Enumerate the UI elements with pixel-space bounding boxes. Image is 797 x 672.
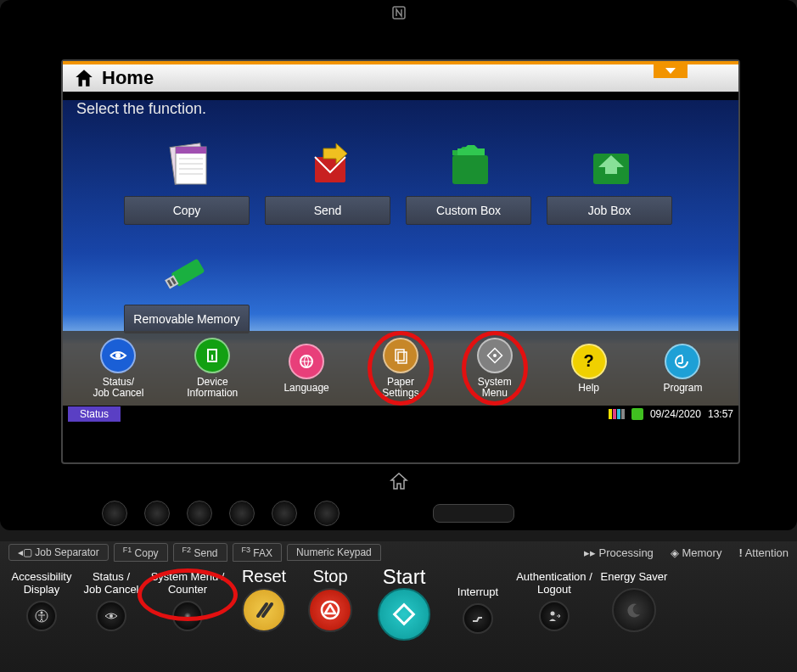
- touchscreen: Home Select the function. Copy Send: [61, 59, 740, 464]
- home-hardware-icon: [389, 471, 409, 495]
- svg-point-26: [109, 614, 113, 618]
- system-menu-counter-button[interactable]: System Menu /Counter: [147, 570, 228, 631]
- svg-rect-20: [396, 350, 404, 361]
- custom-box-icon: [406, 132, 531, 196]
- interrupt-button[interactable]: Interrupt: [447, 585, 508, 634]
- page-title: Home: [102, 67, 154, 89]
- status-led-icon: [631, 408, 643, 420]
- header-bar: Home: [63, 61, 738, 92]
- job-separator-tab[interactable]: ◂▢ Job Separator: [8, 544, 109, 561]
- hw-round-button-2[interactable]: [144, 501, 170, 526]
- eye-icon: [104, 608, 119, 624]
- svg-rect-30: [395, 605, 414, 624]
- stop-icon: [317, 597, 343, 623]
- eye-icon: [109, 346, 127, 365]
- memory-indicator: ◈ Memory: [671, 546, 722, 559]
- moon-icon: [623, 599, 645, 621]
- start-diamond-icon: [389, 599, 419, 630]
- svg-point-23: [493, 354, 497, 357]
- energy-saver-button[interactable]: Energy Saver: [600, 570, 668, 632]
- shortcut-program[interactable]: Program: [644, 344, 721, 394]
- annotation-circle: [138, 568, 238, 621]
- send-icon: [265, 132, 390, 196]
- authentication-logout-button[interactable]: Authentication /Logout: [514, 570, 595, 631]
- status-tab[interactable]: Status: [68, 406, 121, 422]
- help-icon: ?: [571, 344, 607, 379]
- custom-box-button[interactable]: Custom Box: [406, 196, 531, 225]
- send-button[interactable]: Send: [265, 196, 390, 225]
- copy-icon: [124, 132, 250, 196]
- processing-indicator: ▸▸ Processing: [584, 546, 654, 559]
- svg-rect-9: [452, 155, 488, 184]
- job-box-button[interactable]: Job Box: [547, 196, 672, 225]
- reset-button[interactable]: Reset: [233, 570, 295, 632]
- stop-button[interactable]: Stop: [300, 570, 361, 632]
- paper-icon: [392, 347, 409, 364]
- shortcut-paper-settings[interactable]: Paper Settings: [362, 338, 439, 399]
- svg-rect-3: [176, 147, 206, 154]
- home-icon: [73, 67, 95, 89]
- shortcut-language[interactable]: Language: [268, 344, 345, 394]
- hw-round-button-3[interactable]: [187, 501, 212, 526]
- control-panel: ◂▢ Job Separator F1 Copy F2 Send F3 FAX …: [0, 541, 797, 672]
- toner-indicator: [609, 409, 625, 419]
- hw-round-button-1[interactable]: [102, 501, 127, 526]
- accessibility-icon: [34, 608, 49, 624]
- hw-pill-button[interactable]: [433, 504, 514, 523]
- hw-round-button-6[interactable]: [314, 501, 340, 526]
- accessibility-display-button[interactable]: Accessibility Display: [8, 570, 76, 631]
- attention-indicator: ! Attention: [738, 546, 789, 559]
- gear-icon: [486, 347, 503, 364]
- shortcut-help[interactable]: ? Help: [551, 344, 627, 394]
- shortcut-row: Status/ Job Cancel Device Information La…: [63, 331, 738, 406]
- svg-point-25: [41, 612, 43, 614]
- nfc-icon: [390, 4, 407, 25]
- svg-point-31: [551, 612, 555, 616]
- shortcut-device-information[interactable]: Device Information: [174, 338, 250, 399]
- info-icon: [204, 347, 221, 364]
- f2-send-tab[interactable]: F2 Send: [173, 543, 227, 562]
- start-button[interactable]: Start: [366, 570, 442, 641]
- chevron-down-icon: [665, 68, 676, 75]
- svg-point-15: [115, 353, 121, 358]
- job-box-icon: [547, 132, 672, 196]
- numeric-keypad-tab[interactable]: Numeric Keypad: [287, 544, 381, 561]
- language-icon: [297, 352, 316, 371]
- f1-copy-tab[interactable]: F1 Copy: [114, 543, 168, 562]
- hw-round-button-5[interactable]: [272, 501, 297, 526]
- interrupt-icon: [470, 611, 485, 626]
- status-date: 09/24/2020: [650, 408, 701, 420]
- program-icon: [674, 353, 691, 370]
- shortcut-status-job-cancel[interactable]: Status/ Job Cancel: [80, 338, 156, 399]
- status-time: 13:57: [708, 408, 733, 420]
- removable-memory-icon: [124, 240, 250, 305]
- status-bar: Status 09/24/2020 13:57: [63, 406, 738, 423]
- logout-person-icon: [547, 608, 562, 624]
- reset-slash-icon: [251, 597, 277, 623]
- f3-fax-tab[interactable]: F3 FAX: [233, 543, 283, 562]
- header-dropdown-button[interactable]: [654, 64, 688, 78]
- status-job-cancel-button[interactable]: Status /Job Cancel: [81, 570, 142, 631]
- main-area: Select the function. Copy Send: [63, 100, 738, 406]
- copy-button[interactable]: Copy: [124, 196, 250, 225]
- hw-round-button-4[interactable]: [229, 501, 255, 526]
- instruction-text: Select the function.: [76, 100, 738, 118]
- shortcut-system-menu[interactable]: System Menu: [457, 338, 533, 399]
- svg-rect-21: [398, 352, 407, 363]
- removable-memory-button[interactable]: Removable Memory: [124, 305, 250, 333]
